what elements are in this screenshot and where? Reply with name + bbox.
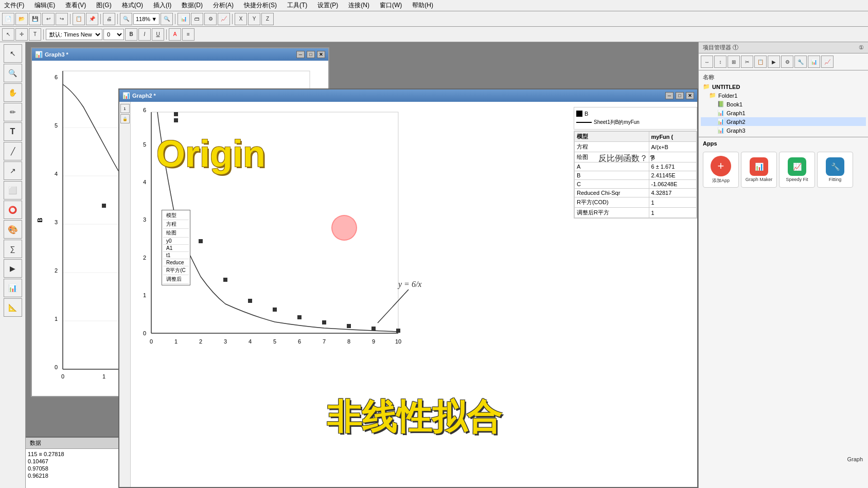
text-tool[interactable]: T xyxy=(29,28,41,41)
stats-header-col2: myFun ( xyxy=(649,132,697,142)
table-btn[interactable]: 🗃 xyxy=(191,13,203,25)
subfolder-icon: 📁 xyxy=(709,92,716,99)
pointer-tool-btn[interactable]: ↖ xyxy=(4,44,22,63)
tree-folder1[interactable]: 📁 Folder1 xyxy=(701,91,866,100)
underline-btn[interactable]: U xyxy=(152,28,164,41)
font-size-selector[interactable]: 0 xyxy=(103,29,124,40)
fit-btn[interactable]: ⚙ xyxy=(204,13,217,25)
stats-equation-label: 方程 xyxy=(575,142,649,152)
zoom-display[interactable]: 118% ▼ xyxy=(133,13,160,25)
paste-btn[interactable]: 📌 xyxy=(86,13,98,25)
svg-text:2: 2 xyxy=(143,255,146,261)
copy-btn[interactable]: 📋 xyxy=(73,13,85,25)
region-tool-btn[interactable]: ⬜ xyxy=(4,181,22,200)
menu-quick-analysis[interactable]: 快捷分析(S) xyxy=(242,0,279,11)
open-btn[interactable]: 📂 xyxy=(15,13,28,25)
tree-untitled[interactable]: 📁 UNTITLED xyxy=(701,82,866,91)
right-tool-10[interactable]: 📈 xyxy=(821,56,834,68)
graph2-maximize-btn[interactable]: □ xyxy=(676,92,684,99)
color-fill-btn[interactable]: 🎨 xyxy=(4,220,22,239)
menu-view[interactable]: 查看(V) xyxy=(63,0,88,11)
menu-window[interactable]: 窗口(W) xyxy=(378,0,404,11)
graph-btn[interactable]: 📊 xyxy=(178,13,190,25)
right-tool-8[interactable]: 🔧 xyxy=(794,56,807,68)
zoom-in-btn[interactable]: 🔍 xyxy=(120,13,132,25)
tree-graph1[interactable]: 📊 Graph1 xyxy=(701,109,866,117)
menu-tools[interactable]: 工具(T) xyxy=(285,0,309,11)
bold-btn[interactable]: B xyxy=(125,28,137,41)
right-tool-2[interactable]: ↕ xyxy=(714,56,727,68)
redo-btn[interactable]: ↪ xyxy=(56,13,68,25)
undo-btn[interactable]: ↩ xyxy=(42,13,55,25)
val-1b: 0.27818 xyxy=(44,451,64,457)
right-tool-3[interactable]: ⊞ xyxy=(728,56,740,68)
font-selector[interactable]: 默认: Times New xyxy=(46,29,102,40)
graph3-maximize-btn[interactable]: □ xyxy=(307,51,315,58)
menu-edit[interactable]: 编辑(E) xyxy=(32,0,57,11)
speedy-fit-item[interactable]: 📈 Speedy Fit xyxy=(779,152,815,188)
fitting-icon: 🔧 xyxy=(826,157,844,176)
arrow-tool-btn[interactable]: ↗ xyxy=(4,161,22,180)
arrow-tool[interactable]: ↖ xyxy=(2,28,14,41)
tree-graph2[interactable]: 📊 Graph2 xyxy=(701,117,866,126)
graph3-close-btn[interactable]: ✕ xyxy=(317,51,325,58)
tree-book1[interactable]: 📗 Book1 xyxy=(701,100,866,109)
menu-settings[interactable]: 设置(P) xyxy=(315,0,340,11)
italic-btn[interactable]: I xyxy=(138,28,151,41)
menu-format[interactable]: 格式(O) xyxy=(120,0,145,11)
text-tool-btn[interactable]: T xyxy=(4,122,22,141)
tree-book1-label: Book1 xyxy=(727,101,742,107)
svg-text:1: 1 xyxy=(102,373,105,379)
draw-tool-btn[interactable]: ✏ xyxy=(4,103,22,121)
graph2-close-btn[interactable]: ✕ xyxy=(686,92,694,99)
right-tool-1[interactable]: ↔ xyxy=(701,56,713,68)
save-btn[interactable]: 💾 xyxy=(29,13,41,25)
z-btn[interactable]: Z xyxy=(261,13,274,25)
graph2-minimize-btn[interactable]: ─ xyxy=(665,92,674,99)
x-btn[interactable]: X xyxy=(235,13,247,25)
lock-btn[interactable]: 🔒 xyxy=(120,114,130,123)
graph3-minimize-btn[interactable]: ─ xyxy=(296,51,305,58)
stats-btn[interactable]: 📈 xyxy=(218,13,230,25)
menu-graph[interactable]: 图(G) xyxy=(94,0,113,11)
color-btn[interactable]: A xyxy=(169,28,181,41)
svg-text:6: 6 xyxy=(55,74,58,80)
object-tool-btn[interactable]: ⭕ xyxy=(4,201,22,219)
pan-tool-btn[interactable]: ✋ xyxy=(4,83,22,102)
menu-analysis[interactable]: 分析(A) xyxy=(211,0,236,11)
align-btn[interactable]: ≡ xyxy=(182,28,194,41)
page-nav-btn[interactable]: 1 xyxy=(120,104,130,113)
print-btn[interactable]: 🖨 xyxy=(103,13,115,25)
axis-btn[interactable]: 📐 xyxy=(4,298,22,317)
menu-connect[interactable]: 连接(N) xyxy=(346,0,371,11)
y-btn[interactable]: Y xyxy=(248,13,260,25)
right-tool-7[interactable]: ⚙ xyxy=(781,56,793,68)
right-tool-9[interactable]: 📊 xyxy=(808,56,820,68)
mini-stats-popup: 模型 方程 绘图 y0 A1 t1 Reduce R平方(C 调整后 xyxy=(162,210,190,285)
menu-insert[interactable]: 插入(I) xyxy=(151,0,173,11)
mini-stats-row-2: 绘图 xyxy=(163,229,189,238)
menu-data[interactable]: 数据(D) xyxy=(180,0,205,11)
right-tool-6[interactable]: ▶ xyxy=(768,56,780,68)
menu-file[interactable]: 文件(F) xyxy=(2,0,26,11)
chart-main: B Sheet1列B的myFun 模型 myFun ( xyxy=(131,102,697,487)
add-app-item[interactable]: + 添加App xyxy=(703,152,739,188)
graph-type-btn[interactable]: 📊 xyxy=(4,279,22,297)
fitting-item[interactable]: 🔧 Fitting xyxy=(817,152,853,188)
line-tool-btn[interactable]: ╱ xyxy=(4,142,22,160)
right-tool-5[interactable]: 📋 xyxy=(754,56,767,68)
stats-plot-val: B xyxy=(649,152,697,162)
formula-btn[interactable]: ∑ xyxy=(4,240,22,258)
graph-maker-item[interactable]: 📊 Graph Maker xyxy=(741,152,777,188)
new-file-btn[interactable]: 📄 xyxy=(2,13,14,25)
tree-graph3[interactable]: 📊 Graph3 xyxy=(701,126,866,135)
graph2-tree-icon: 📊 xyxy=(717,118,724,125)
right-tool-4[interactable]: ✂ xyxy=(741,56,753,68)
menu-help[interactable]: 帮助(H) xyxy=(410,0,435,11)
crosshair-tool[interactable]: ✛ xyxy=(15,28,28,41)
graph-label-detected: Graph xyxy=(847,456,863,462)
zoom-tool-btn[interactable]: 🔍 xyxy=(4,64,22,82)
script-btn[interactable]: ▶ xyxy=(4,259,22,278)
zoom-out-btn[interactable]: 🔍 xyxy=(161,13,173,25)
add-app-label: 添加App xyxy=(712,177,730,184)
